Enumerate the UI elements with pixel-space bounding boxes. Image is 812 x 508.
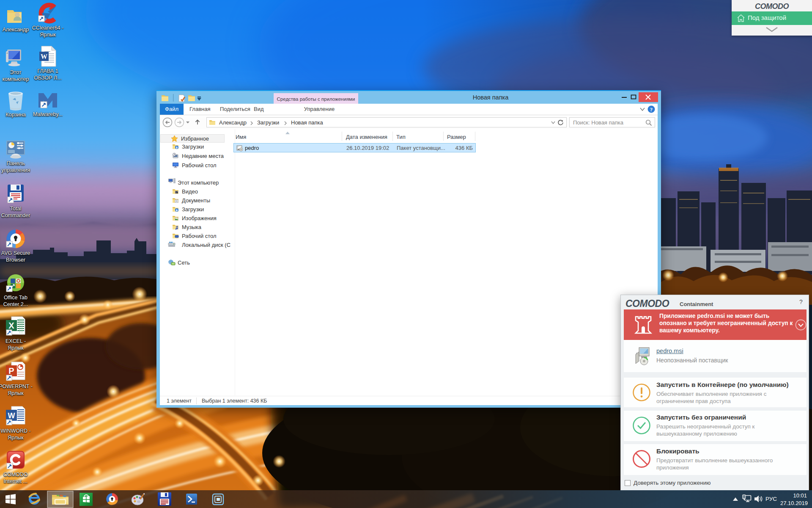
- svg-text:X: X: [8, 321, 14, 330]
- svg-text:?: ?: [650, 106, 653, 113]
- svg-text:W: W: [41, 53, 47, 60]
- svg-text:W: W: [8, 411, 15, 420]
- svg-text:P: P: [8, 366, 14, 375]
